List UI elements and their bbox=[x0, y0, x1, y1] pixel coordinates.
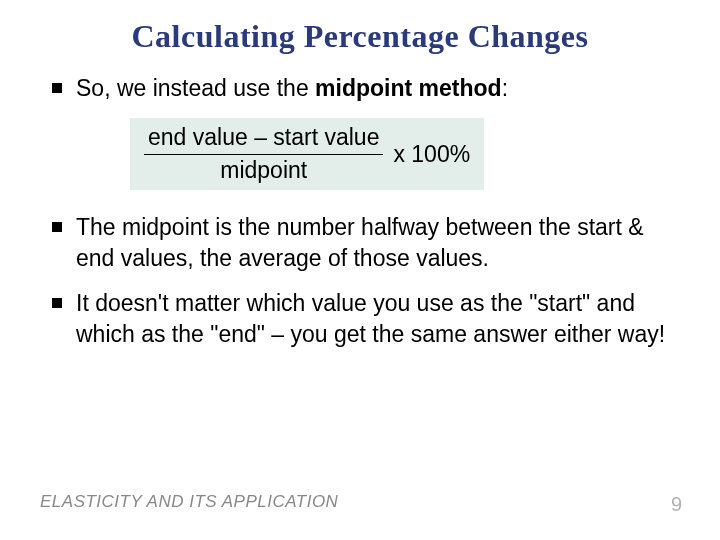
page-number: 9 bbox=[671, 493, 682, 516]
bullet-item-3: It doesn't matter which value you use as… bbox=[52, 288, 680, 350]
page-title: Calculating Percentage Changes bbox=[40, 18, 680, 55]
formula-suffix: x 100% bbox=[393, 141, 470, 168]
bullet-marker-icon bbox=[52, 298, 62, 308]
footer-label: ELASTICITY AND ITS APPLICATION bbox=[40, 492, 338, 512]
bullet-1-bold: midpoint method bbox=[315, 75, 502, 101]
formula-box: end value – start value midpoint x 100% bbox=[130, 118, 484, 190]
bullet-text: So, we instead use the midpoint method: bbox=[76, 73, 508, 104]
bullet-item-2: The midpoint is the number halfway betwe… bbox=[52, 212, 680, 274]
bullet-item-1: So, we instead use the midpoint method: bbox=[52, 73, 680, 104]
fraction: end value – start value midpoint bbox=[144, 124, 383, 184]
bullet-marker-icon bbox=[52, 222, 62, 232]
bullet-text: It doesn't matter which value you use as… bbox=[76, 288, 680, 350]
bullet-1-post: : bbox=[502, 75, 508, 101]
bullet-marker-icon bbox=[52, 83, 62, 93]
bullet-text: The midpoint is the number halfway betwe… bbox=[76, 212, 680, 274]
slide: Calculating Percentage Changes So, we in… bbox=[0, 0, 720, 540]
fraction-denominator: midpoint bbox=[220, 155, 307, 185]
bullet-1-pre: So, we instead use the bbox=[76, 75, 315, 101]
fraction-numerator: end value – start value bbox=[144, 124, 383, 155]
